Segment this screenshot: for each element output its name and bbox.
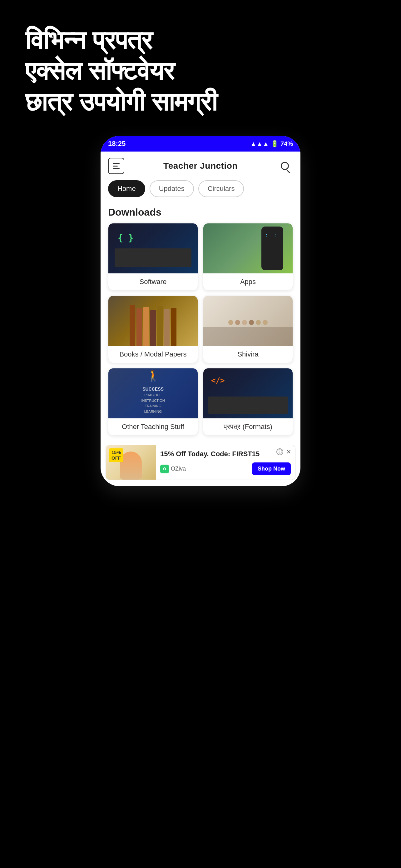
classroom-image <box>225 314 271 328</box>
status-bar: 18:25 ▲▲▲ 🔋 74% <box>101 136 300 152</box>
card-label-shivira: Shivira <box>203 346 293 363</box>
search-icon <box>281 162 289 170</box>
card-label-apps: Apps <box>203 273 293 290</box>
battery-icon: 🔋 <box>271 140 278 148</box>
card-image-formats <box>203 368 293 418</box>
ad-discount-badge: 15%OFF <box>109 448 123 462</box>
ad-brand-name: OZiva <box>171 466 186 472</box>
app-header: Teacher Junction <box>101 152 300 180</box>
search-button[interactable] <box>277 158 293 174</box>
phone-container: 18:25 ▲▲▲ 🔋 74% Teacher Junction <box>0 136 401 505</box>
card-formats[interactable]: प्रपत्र (Formats) <box>203 368 293 436</box>
success-icon: 🚶 <box>146 369 160 382</box>
card-label-formats: प्रपत्र (Formats) <box>203 418 293 435</box>
card-apps[interactable]: Apps <box>203 223 293 290</box>
tab-circulars[interactable]: Circulars <box>198 180 244 197</box>
card-image-books <box>108 296 198 346</box>
section-title: Downloads <box>101 204 300 223</box>
card-image-apps <box>203 223 293 273</box>
downloads-grid: Software Apps <box>101 223 300 442</box>
card-image-teaching: 🚶 SUCCESS PRACTICE INSTRUCTION TRAINING … <box>108 368 198 418</box>
menu-line-2 <box>113 165 118 166</box>
ad-close-button[interactable]: ✕ <box>285 448 292 455</box>
card-label-books: Books / Modal Papers <box>108 346 198 363</box>
card-software[interactable]: Software <box>108 223 198 290</box>
card-image-software <box>108 223 198 273</box>
ad-brand-logo: O <box>160 465 169 473</box>
ad-info-icon[interactable]: ⓘ <box>276 448 283 455</box>
card-label-teaching: Other Teaching Stuff <box>108 418 198 435</box>
card-label-software: Software <box>108 273 198 290</box>
menu-line-1 <box>113 163 120 164</box>
menu-button[interactable] <box>108 158 124 174</box>
card-shivira[interactable]: Shivira <box>203 296 293 363</box>
status-time: 18:25 <box>108 140 126 148</box>
menu-line-3 <box>113 168 120 169</box>
card-image-shivira <box>203 296 293 346</box>
status-icons: ▲▲▲ 🔋 74% <box>250 140 293 148</box>
ad-bottom: O OZiva Shop Now <box>160 462 291 475</box>
tab-updates[interactable]: Updates <box>149 180 194 197</box>
ad-banner: 15%OFF ⓘ ✕ 15% Off Today. Code: FIRST15 … <box>106 445 295 480</box>
ad-content: ⓘ ✕ 15% Off Today. Code: FIRST15 O OZiva… <box>156 445 295 479</box>
app-title: Teacher Junction <box>163 161 238 171</box>
ad-image: 15%OFF <box>106 445 156 479</box>
phone-frame: 18:25 ▲▲▲ 🔋 74% Teacher Junction <box>101 136 300 486</box>
shop-now-button[interactable]: Shop Now <box>252 462 291 475</box>
card-books[interactable]: Books / Modal Papers <box>108 296 198 363</box>
card-teaching[interactable]: 🚶 SUCCESS PRACTICE INSTRUCTION TRAINING … <box>108 368 198 436</box>
nav-tabs: Home Updates Circulars <box>101 180 300 204</box>
battery-percent: 74% <box>280 140 293 148</box>
downloads-section: Downloads Software Apps <box>101 204 300 442</box>
tab-home[interactable]: Home <box>108 180 145 197</box>
hamburger-icon <box>113 163 120 169</box>
teaching-text: SUCCESS PRACTICE INSTRUCTION TRAINING LE… <box>138 382 168 418</box>
hero-section: विभिन्न प्रपत्र एक्सेल सॉफ्टवेयर छात्र उ… <box>0 0 401 136</box>
hero-title: विभिन्न प्रपत्र एक्सेल सॉफ्टवेयर छात्र उ… <box>25 25 376 117</box>
signal-icon: ▲▲▲ <box>250 140 269 148</box>
ad-text: 15% Off Today. Code: FIRST15 <box>160 450 291 459</box>
ad-brand: O OZiva <box>160 465 186 473</box>
